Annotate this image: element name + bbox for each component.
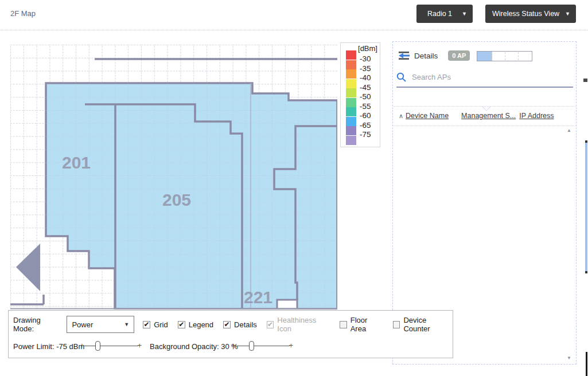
background-opacity-slider[interactable]: + +: [232, 340, 292, 352]
column-ip-address[interactable]: IP Address: [519, 112, 554, 120]
room-label-205: 205: [162, 190, 191, 209]
slider-track[interactable]: [235, 346, 290, 346]
checkbox-label: Floor Area: [351, 316, 383, 333]
map-options-toolbar: Drawing Mode: Power ▼ ✔Grid✔Legend✔Detai…: [8, 310, 453, 358]
drawing-mode-select[interactable]: Power ▼: [67, 316, 134, 333]
legend-title: [dBm]: [358, 44, 377, 53]
legend-label: -65: [360, 121, 371, 130]
legend-swatch--50: [346, 88, 356, 97]
checkbox-box[interactable]: ✔: [143, 321, 150, 328]
map-door-cutout: [277, 300, 297, 309]
ap-capacity-fill: [477, 52, 492, 61]
ap-count-badge: 0 AP: [448, 50, 470, 61]
checkbox-label: Legend: [189, 320, 213, 329]
details-panel-title: Details: [414, 52, 438, 60]
app-window: 2F Map Radio 1 ▼ Wireless Status View ▼: [0, 0, 588, 376]
radio-dropdown-label: Radio 1: [422, 10, 457, 18]
notch-chevron-icon: [482, 106, 491, 111]
slider-end-tick: +: [137, 341, 142, 350]
scroll-up-icon[interactable]: ▲: [567, 128, 571, 133]
table-header-row: ∧ Device Name Management S... IP Address: [399, 112, 554, 120]
slider-track[interactable]: [83, 346, 138, 346]
checkbox-device-counter[interactable]: Device Counter: [393, 316, 453, 333]
legend-label: -55: [360, 102, 371, 111]
column-device-name[interactable]: Device Name: [406, 112, 449, 120]
sort-ascending-icon[interactable]: ∧: [399, 112, 403, 120]
legend-label: -50: [360, 92, 371, 101]
legend-label: -35: [360, 64, 371, 73]
chevron-down-icon: ▼: [565, 11, 570, 17]
power-limit-slider[interactable]: + +: [81, 340, 141, 352]
panel-collapse-notch[interactable]: [393, 106, 576, 107]
checkbox-group: ✔Grid✔Legend✔Details✔Healthiness IconFlo…: [143, 316, 453, 333]
toolbar-row-options: Drawing Mode: Power ▼ ✔Grid✔Legend✔Detai…: [13, 315, 453, 334]
page-scrollbar-thumb[interactable]: [585, 140, 587, 273]
table-header-separator: [393, 126, 576, 126]
details-panel-header: Details 0 AP: [399, 50, 470, 61]
checkbox-healthiness-icon: ✔Healthiness Icon: [267, 316, 330, 333]
progress-divider: [518, 52, 519, 60]
scroll-down-icon[interactable]: ▼: [567, 355, 571, 361]
map-grid-overlay: [10, 45, 337, 310]
drawing-mode-label: Drawing Mode:: [13, 316, 62, 333]
checkbox-box[interactable]: ✔: [223, 321, 231, 328]
checkbox-box[interactable]: ✔: [178, 321, 185, 328]
checkbox-label: Device Counter: [403, 316, 453, 333]
collapse-panel-icon[interactable]: [399, 51, 410, 60]
legend-swatch--55: [346, 98, 356, 107]
room-label-201: 201: [62, 153, 91, 172]
checkbox-box[interactable]: [340, 321, 346, 328]
drawing-mode-value: Power: [72, 320, 124, 329]
checkbox-box[interactable]: [393, 321, 400, 328]
view-dropdown-button[interactable]: Wireless Status View ▼: [485, 5, 576, 23]
legend-swatch--65: [346, 117, 356, 126]
legend-swatch-row9: [346, 136, 356, 145]
legend-swatch--30: [346, 50, 356, 60]
progress-divider: [491, 52, 492, 60]
checkbox-grid[interactable]: ✔Grid: [143, 320, 168, 329]
dbm-legend: [dBm] -30-35-40-45-50-55-60-65-75: [340, 42, 380, 147]
search-icon: [396, 72, 406, 82]
legend-label: -60: [360, 111, 371, 120]
legend-swatch--35: [346, 60, 356, 69]
chevron-down-icon: ▼: [462, 11, 467, 17]
checkbox-label: Grid: [154, 320, 168, 329]
column-management-state[interactable]: Management S...: [461, 112, 516, 120]
room-label-221: 221: [244, 288, 272, 307]
checkbox-floor-area[interactable]: Floor Area: [340, 316, 383, 333]
checkbox-box: ✔: [267, 321, 274, 328]
page-scrollbar-bottom[interactable]: [586, 352, 587, 376]
legend-label: -45: [360, 83, 371, 92]
radio-dropdown-button[interactable]: Radio 1 ▼: [416, 5, 473, 23]
page-title: 2F Map: [10, 9, 36, 18]
legend-label: -30: [360, 54, 371, 63]
slider-end-tick: +: [289, 341, 293, 350]
chevron-down-icon: ▼: [124, 322, 129, 327]
search-row: [396, 67, 573, 88]
search-input[interactable]: [412, 73, 555, 81]
header-separator: [0, 30, 588, 30]
checkbox-legend[interactable]: ✔Legend: [178, 320, 213, 329]
view-dropdown-label: Wireless Status View: [491, 10, 560, 18]
progress-divider: [505, 52, 505, 60]
page-scrollbar-tick[interactable]: [583, 79, 587, 82]
power-limit-slider-thumb[interactable]: [95, 341, 100, 351]
legend-swatch--75: [346, 126, 356, 135]
legend-label: -40: [360, 73, 371, 82]
checkbox-label: Details: [234, 320, 257, 329]
legend-swatch--45: [346, 79, 356, 88]
checkbox-label: Healthiness Icon: [277, 316, 330, 333]
legend-swatch--40: [346, 69, 356, 79]
background-opacity-label: Background Opacity: 30 %: [150, 342, 238, 351]
power-limit-label: Power Limit: -75 dBm: [13, 342, 84, 351]
legend-swatch--60: [346, 107, 356, 116]
legend-label: -75: [360, 130, 371, 139]
ap-capacity-bar: [477, 51, 532, 61]
floor-map[interactable]: 201 205 221: [10, 45, 337, 310]
background-opacity-slider-thumb[interactable]: [249, 341, 254, 351]
checkbox-details[interactable]: ✔Details: [223, 320, 257, 329]
